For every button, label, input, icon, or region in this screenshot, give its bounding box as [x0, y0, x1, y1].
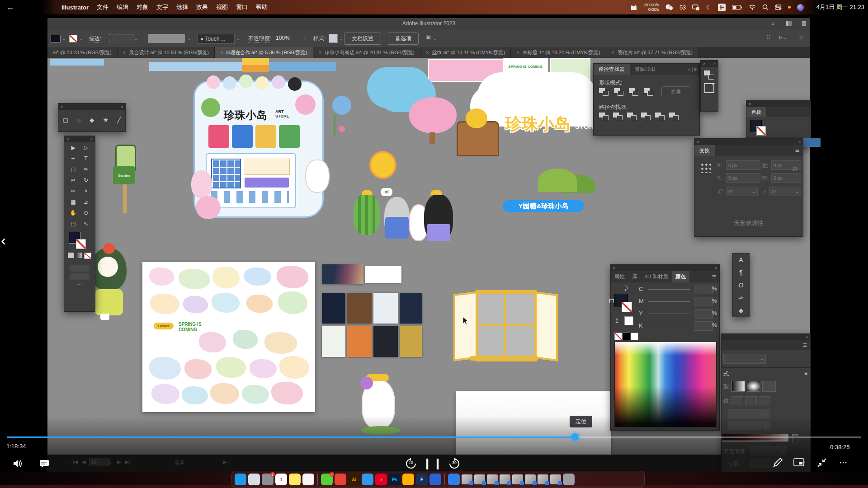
dock-minimized-window[interactable]: [550, 474, 561, 484]
panel-menu-icons[interactable]: » | ≡: [688, 67, 699, 72]
reference-point-icon[interactable]: [700, 162, 711, 173]
dock-system-settings[interactable]: 1: [262, 474, 274, 485]
channel-slider[interactable]: [648, 289, 690, 290]
workspace-icon[interactable]: [786, 21, 792, 26]
artboard-nav-chevron-icon[interactable]: ⌄: [109, 460, 113, 465]
transform-menu-icon[interactable]: ≡: [795, 146, 803, 155]
blend-tool[interactable]: ∿: [80, 218, 92, 229]
dock-reminders[interactable]: [302, 474, 314, 485]
tab-close-icon[interactable]: ×: [516, 50, 519, 55]
channel-value-field[interactable]: [694, 285, 713, 294]
pen-tool[interactable]: ✒: [67, 153, 80, 164]
rotate-tool[interactable]: ↻: [80, 175, 92, 186]
preferences-button[interactable]: 首选项: [388, 33, 419, 45]
white-swatch[interactable]: [624, 316, 633, 325]
trim-icon[interactable]: [613, 113, 623, 120]
symbols-panel-icon[interactable]: ♣: [739, 307, 743, 314]
color-menu-icon[interactable]: ≡: [712, 273, 719, 281]
channel-value-field[interactable]: [694, 309, 713, 319]
opacity-label[interactable]: 不透明度:: [248, 35, 271, 43]
none-quick-swatch[interactable]: [614, 333, 622, 340]
wechat-icon[interactable]: [665, 4, 673, 10]
radial-gradient-icon[interactable]: [747, 381, 760, 392]
dock-calendar[interactable]: 1: [275, 474, 287, 485]
tab-asset-export[interactable]: 资源导出: [630, 64, 660, 75]
tab-close-icon[interactable]: ×: [426, 50, 429, 55]
pencil-tool[interactable]: ✏: [80, 164, 92, 175]
cursor-options-chevron-icon[interactable]: ⌄: [434, 37, 437, 41]
tab-close-icon[interactable]: ×: [612, 50, 614, 55]
scissors-tool[interactable]: ✂: [67, 175, 80, 186]
swatches-stroke-none[interactable]: [756, 126, 766, 136]
dock-notes[interactable]: [289, 474, 301, 485]
menu-item-6[interactable]: 视图: [216, 3, 228, 11]
dock-app-blue[interactable]: [362, 474, 373, 485]
tab-libraries[interactable]: 库: [628, 271, 641, 282]
more-options-button[interactable]: ⋯: [836, 457, 851, 468]
collapse-icon[interactable]: «: [806, 335, 808, 339]
document-tab-5[interactable]: ×未标题-1* @ 18.24 % (CMYK/预览): [511, 47, 606, 58]
gradient-menu-icon[interactable]: ≡: [803, 341, 811, 349]
exclude-icon[interactable]: [644, 88, 654, 96]
type-tool[interactable]: T: [80, 153, 92, 164]
dock-minimized-window[interactable]: [500, 474, 510, 484]
none-mode-icon[interactable]: [84, 253, 91, 259]
network-monitor-icon[interactable]: [630, 4, 637, 10]
style-chevron-icon[interactable]: ⌄: [339, 37, 343, 41]
paragraph-panel-icon[interactable]: ¶: [739, 269, 743, 276]
mesh-tool[interactable]: ▦: [67, 197, 80, 207]
collapse-icon[interactable]: «: [90, 137, 93, 141]
hand-tool[interactable]: ✋: [67, 207, 80, 218]
first-artboard-icon[interactable]: |◀: [73, 459, 78, 465]
color-stroke-none-swatch[interactable]: [622, 302, 632, 312]
channel-slider[interactable]: [648, 301, 690, 302]
spotlight-search-icon[interactable]: [762, 4, 769, 10]
gradient-preset-dropdown[interactable]: ⌄: [723, 354, 766, 364]
close-icon[interactable]: ×: [749, 102, 751, 106]
document-tab-3[interactable]: ×珍珠小岛商店.ai* @ 20.81 % (RGB/预览): [313, 47, 420, 58]
brush-chevron-icon[interactable]: ⌄: [236, 37, 240, 41]
last-color-icon[interactable]: ↥: [614, 317, 619, 324]
danmaku-comment-button[interactable]: [38, 457, 51, 470]
artboard-nav-field[interactable]: 10: [89, 458, 110, 466]
eyedropper-tool[interactable]: ✧: [80, 186, 92, 197]
white-quick-swatch[interactable]: [631, 333, 638, 340]
gradient-aspect-dropdown[interactable]: ⌄: [728, 421, 769, 430]
pause-button[interactable]: ❙❙: [425, 455, 441, 471]
ellipse-shape[interactable]: ○: [77, 117, 81, 123]
dock-minimized-window[interactable]: [538, 474, 548, 484]
close-icon[interactable]: ×: [703, 61, 705, 66]
dock-folder[interactable]: [448, 474, 460, 485]
forward-30-button[interactable]: 30: [447, 456, 462, 471]
intersect-icon[interactable]: [629, 88, 639, 96]
document-tab-2[interactable]: ×lp现在合作.ai* @ 5.36 % (RGB/预览): [215, 47, 313, 58]
linear-gradient-icon[interactable]: [731, 381, 745, 392]
menu-item-8[interactable]: 帮助: [256, 3, 268, 11]
x-field[interactable]: 0 px: [726, 160, 760, 170]
artboard-tool[interactable]: ◰: [67, 218, 80, 229]
black-quick-swatch[interactable]: [623, 333, 630, 340]
menu-item-0[interactable]: 文件: [97, 3, 108, 11]
outline-icon[interactable]: [655, 113, 665, 120]
gradient-angle-dropdown[interactable]: ⌄: [728, 409, 769, 418]
control-center-icon[interactable]: [775, 5, 782, 10]
delete-stop-icon[interactable]: [792, 434, 798, 442]
menu-clock[interactable]: 4月1日 周一 21:23: [816, 3, 864, 11]
crop-icon[interactable]: [641, 113, 651, 120]
tab-properties[interactable]: 属性: [611, 271, 628, 282]
collapse-icon[interactable]: «: [121, 104, 123, 109]
wifi-icon[interactable]: [749, 5, 756, 10]
rectangle-tool[interactable]: ▢: [67, 164, 80, 175]
fill-chevron-icon[interactable]: ⌄: [62, 37, 66, 41]
prev-artboard-icon[interactable]: ◀: [82, 459, 85, 465]
channel-value-field[interactable]: [694, 297, 713, 306]
opentype-panel-icon[interactable]: O: [739, 282, 744, 289]
status-play-icon[interactable]: ▶ ⟨: [223, 459, 230, 465]
shear-tool[interactable]: ⊿: [80, 197, 92, 207]
next-artboard-icon[interactable]: ▶: [117, 459, 121, 465]
tab-swatches[interactable]: 色板: [746, 107, 766, 117]
zoom-tool[interactable]: ⊙: [80, 207, 92, 218]
minus-back-icon[interactable]: [669, 113, 679, 120]
panel-list-icon[interactable]: ▤: [802, 20, 807, 26]
opacity-expand-icon[interactable]: ›: [304, 36, 306, 40]
